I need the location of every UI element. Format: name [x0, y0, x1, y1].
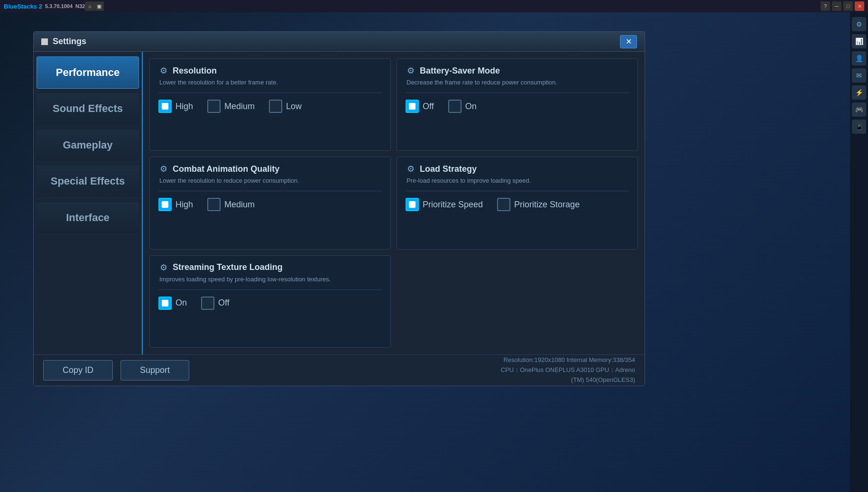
prioritize-speed-option[interactable]: Prioritize Speed — [406, 198, 483, 211]
combat-animation-desc: Lower the resolution to reduce power con… — [158, 177, 382, 184]
sidebar-icon-gamepad[interactable]: 🎮 — [852, 102, 866, 117]
resolution-medium-label: Medium — [224, 102, 255, 111]
resolution-options: High Medium Low — [158, 100, 382, 113]
resolution-card: ⚙ Resolution Lower the resolution for a … — [149, 58, 391, 151]
streaming-off-checkbox[interactable] — [201, 297, 214, 310]
copy-id-button[interactable]: Copy ID — [43, 360, 113, 381]
taskbar: BlueStacks 2 5.3.70.1004 N32 ⌂ ▣ ? ─ □ ✕ — [0, 0, 868, 12]
combat-animation-high-label: High — [175, 200, 193, 210]
battery-saver-on-label: On — [465, 102, 477, 111]
prioritize-storage-checkbox[interactable] — [497, 198, 510, 211]
nav-item-interface[interactable]: Interface — [37, 202, 139, 234]
settings-dialog: Settings ✕ Performance Sound Effects Gam… — [33, 31, 645, 386]
load-strategy-options: Prioritize Speed Prioritize Storage — [406, 198, 629, 211]
dialog-footer: Copy ID Support Resolution:1920x1080 Int… — [34, 354, 645, 386]
nav-item-performance[interactable]: Performance — [37, 56, 139, 89]
streaming-texture-divider — [158, 289, 382, 290]
streaming-on-checkbox[interactable] — [158, 297, 172, 310]
nav-item-special-effects[interactable]: Special Effects — [37, 165, 139, 197]
left-nav: Performance Sound Effects Gameplay Speci… — [34, 52, 143, 354]
prioritize-storage-label: Prioritize Storage — [514, 200, 580, 210]
window-button[interactable]: ▣ — [94, 1, 104, 11]
sidebar-icon-mobile[interactable]: 📱 — [852, 120, 866, 134]
battery-saver-off-option[interactable]: Off — [406, 100, 434, 113]
system-info-line2: CPU：OnePlus ONEPLUS A3010 GPU：Adreno — [501, 365, 635, 375]
resolution-low-option[interactable]: Low — [269, 100, 302, 113]
resolution-gear-icon: ⚙ — [158, 65, 169, 76]
window-controls: ? ─ □ ✕ — [821, 1, 864, 11]
restore-button[interactable]: □ — [843, 1, 853, 11]
app-version: 5.3.70.1004 — [45, 3, 73, 9]
load-strategy-title: Load Strategy — [420, 164, 477, 174]
app-close-button[interactable]: ✕ — [855, 1, 864, 11]
battery-saver-desc: Decrease the frame rate to reduce power … — [406, 79, 629, 86]
combat-gear-icon: ⚙ — [158, 164, 169, 174]
resolution-low-checkbox[interactable] — [269, 100, 282, 113]
combat-animation-medium-checkbox[interactable] — [207, 198, 221, 211]
dialog-body: Performance Sound Effects Gameplay Speci… — [34, 52, 645, 354]
combat-animation-medium-option[interactable]: Medium — [207, 198, 255, 211]
combat-animation-high-option[interactable]: High — [158, 198, 193, 211]
sidebar-icon-account[interactable]: 👤 — [852, 51, 866, 65]
sidebar-icon-stats[interactable]: 📊 — [852, 34, 866, 48]
resolution-high-label: High — [175, 102, 193, 111]
battery-saver-title: Battery-Saver Mode — [420, 66, 500, 76]
streaming-off-label: Off — [218, 298, 230, 308]
resolution-title: Resolution — [173, 66, 217, 76]
sidebar-icon-power[interactable]: ⚡ — [852, 85, 866, 100]
battery-saver-on-option[interactable]: On — [448, 100, 477, 113]
app-name: BlueStacks 2 — [4, 3, 42, 10]
nav-item-gameplay[interactable]: Gameplay — [37, 129, 139, 161]
sidebar-icon-mail[interactable]: ✉ — [852, 68, 866, 83]
combat-animation-options: High Medium — [158, 198, 382, 211]
system-info-line1: Resolution:1920x1080 Internal Memory:338… — [501, 355, 635, 365]
prioritize-speed-checkbox[interactable] — [406, 198, 419, 211]
minimize-button[interactable]: ─ — [832, 1, 841, 11]
streaming-on-option[interactable]: On — [158, 297, 187, 310]
combat-animation-title: Combat Animation Quality — [173, 164, 279, 174]
battery-saver-off-checkbox[interactable] — [406, 100, 419, 113]
resolution-header: ⚙ Resolution — [158, 65, 382, 76]
combat-animation-header: ⚙ Combat Animation Quality — [158, 164, 382, 174]
system-info: Resolution:1920x1080 Internal Memory:338… — [501, 355, 635, 385]
resolution-divider — [158, 93, 382, 93]
prioritize-speed-label: Prioritize Speed — [423, 200, 483, 210]
streaming-texture-card: ⚙ Streaming Texture Loading Improves loa… — [149, 255, 391, 348]
load-strategy-desc: Pre-load resources to improve loading sp… — [406, 177, 629, 184]
prioritize-storage-option[interactable]: Prioritize Storage — [497, 198, 580, 211]
battery-saver-card: ⚙ Battery-Saver Mode Decrease the frame … — [397, 58, 638, 151]
right-sidebar: ⚙ 📊 👤 ✉ ⚡ 🎮 📱 — [850, 12, 868, 492]
battery-saver-divider — [406, 93, 629, 93]
resolution-low-label: Low — [286, 102, 302, 111]
sidebar-icon-settings[interactable]: ⚙ — [852, 17, 866, 31]
resolution-high-checkbox[interactable] — [158, 100, 172, 113]
app-build: N32 — [75, 3, 85, 9]
nav-item-sound-effects[interactable]: Sound Effects — [37, 93, 139, 125]
streaming-texture-desc: Improves loading speed by pre-loading lo… — [158, 276, 382, 283]
combat-animation-high-checkbox[interactable] — [158, 198, 172, 211]
battery-gear-icon: ⚙ — [406, 65, 416, 76]
resolution-high-option[interactable]: High — [158, 100, 193, 113]
resolution-desc: Lower the resolution for a better frame … — [158, 79, 382, 86]
streaming-texture-header: ⚙ Streaming Texture Loading — [158, 262, 382, 273]
app-brand: BlueStacks 2 5.3.70.1004 N32 — [4, 3, 85, 10]
battery-saver-on-checkbox[interactable] — [448, 100, 462, 113]
help-button[interactable]: ? — [821, 1, 830, 11]
streaming-off-option[interactable]: Off — [201, 297, 230, 310]
streaming-on-label: On — [175, 298, 187, 308]
streaming-texture-options: On Off — [158, 297, 382, 310]
dialog-title: Settings — [53, 37, 86, 46]
battery-saver-options: Off On — [406, 100, 629, 113]
streaming-texture-title: Streaming Texture Loading — [173, 262, 283, 272]
dialog-close-button[interactable]: ✕ — [620, 35, 637, 48]
support-button[interactable]: Support — [120, 360, 189, 381]
load-strategy-card: ⚙ Load Strategy Pre-load resources to im… — [397, 157, 638, 249]
resolution-medium-option[interactable]: Medium — [207, 100, 255, 113]
load-strategy-header: ⚙ Load Strategy — [406, 164, 629, 174]
combat-animation-divider — [158, 191, 382, 191]
load-strategy-divider — [406, 191, 629, 191]
combat-animation-card: ⚙ Combat Animation Quality Lower the res… — [149, 157, 391, 249]
system-info-line3: (TM) 540(OpenGLES3) — [501, 375, 635, 385]
resolution-medium-checkbox[interactable] — [207, 100, 221, 113]
home-button[interactable]: ⌂ — [85, 1, 94, 11]
